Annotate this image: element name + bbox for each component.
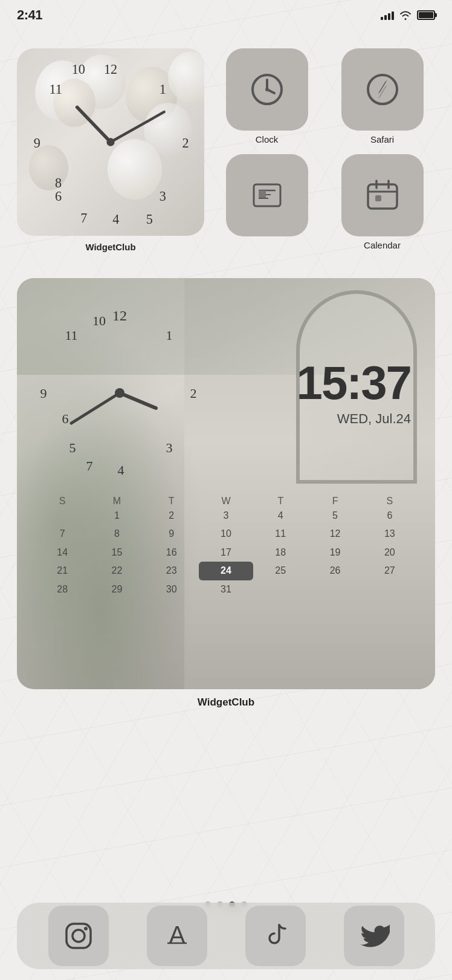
svg-text:4: 4: [112, 212, 119, 227]
svg-text:1: 1: [166, 328, 173, 343]
calendar-row-0: 123456: [35, 507, 417, 525]
calendar-cell: 4: [253, 507, 308, 525]
calendar-cell: [363, 580, 417, 599]
cal-header-S1: S: [35, 496, 89, 507]
main-widget-calendar: S M T W T F S 12345678910111213141516171…: [17, 496, 435, 689]
calendar-table: S M T W T F S 12345678910111213141516171…: [35, 496, 417, 599]
svg-text:7: 7: [80, 210, 87, 226]
calendar-app-wrapper[interactable]: Calendar: [341, 154, 424, 250]
clock-app-label: Clock: [256, 134, 279, 144]
analog-clock-widget: 12 1 2 3 4 9 6 11 10 5 7 8: [17, 48, 204, 236]
svg-text:6: 6: [62, 411, 69, 426]
app-icons-right: Clock Safari: [214, 48, 435, 252]
twitter-dock-icon[interactable]: [344, 906, 404, 966]
svg-point-18: [265, 88, 269, 91]
widget-large-bg: 12 1 2 3 4 9 6 11 10 5 7 8: [17, 48, 204, 236]
svg-text:10: 10: [72, 62, 85, 77]
main-widget[interactable]: 12 1 2 3 4 5 9 11 10 6 7: [17, 278, 435, 689]
news-app-icon[interactable]: [226, 154, 308, 236]
calendar-cell: 9: [144, 525, 199, 543]
app-icons-row-2: Calendar: [214, 154, 435, 250]
twitter-icon: [358, 920, 390, 952]
news-app-wrapper[interactable]: [226, 154, 308, 250]
clock-app-icon[interactable]: [226, 48, 308, 131]
calendar-cell: 28: [35, 580, 89, 599]
svg-text:12: 12: [112, 308, 127, 323]
svg-text:11: 11: [50, 82, 62, 97]
tiktok-icon: [260, 920, 291, 952]
svg-point-47: [73, 930, 85, 942]
calendar-cell: 20: [363, 544, 417, 562]
safari-app-wrapper[interactable]: Safari: [341, 48, 424, 144]
main-widget-digital: 15:37 WED, Jul.24: [210, 359, 423, 427]
status-time: 2:41: [17, 7, 42, 23]
instagram-icon: [63, 920, 94, 952]
cal-header-T1: T: [144, 496, 199, 507]
svg-text:11: 11: [65, 328, 77, 343]
svg-rect-31: [375, 195, 381, 201]
main-widget-bg: 12 1 2 3 4 5 9 11 10 6 7: [17, 278, 435, 689]
main-clock-svg: 12 1 2 3 4 5 9 11 10 6 7: [29, 302, 210, 484]
calendar-cell: 11: [253, 525, 308, 543]
cal-header-W: W: [199, 496, 253, 507]
calendar-cell: 2: [144, 507, 199, 525]
svg-text:4: 4: [118, 462, 124, 478]
svg-text:2: 2: [190, 386, 197, 401]
calendar-app-icon[interactable]: [341, 154, 424, 236]
svg-text:12: 12: [104, 62, 117, 77]
svg-text:6: 6: [55, 189, 62, 204]
instagram-dock-icon[interactable]: [48, 906, 109, 966]
calendar-cell: 31: [199, 580, 253, 599]
svg-line-12: [77, 107, 111, 142]
calendar-cell: [253, 580, 308, 599]
widgetclub-widget-wrapper[interactable]: 12 1 2 3 4 9 6 11 10 5 7 8: [17, 48, 204, 252]
calendar-cell: 10: [199, 525, 253, 543]
widgetclub-widget[interactable]: 12 1 2 3 4 9 6 11 10 5 7 8: [17, 48, 204, 236]
safari-app-icon[interactable]: [341, 48, 424, 131]
svg-text:3: 3: [166, 440, 173, 455]
svg-text:9: 9: [40, 386, 47, 401]
calendar-cell: 15: [89, 544, 144, 562]
dock: A: [17, 903, 435, 969]
calendar-cell: 23: [144, 562, 199, 580]
app-icons-row-1: Clock Safari: [214, 48, 435, 144]
calendar-cell: 12: [308, 525, 362, 543]
news-icon: [248, 176, 286, 215]
calendar-cell: 22: [89, 562, 144, 580]
calendar-row-1: 78910111213: [35, 525, 417, 543]
compass-icon: [363, 70, 402, 109]
calendar-cell: [308, 580, 362, 599]
battery-icon: [417, 10, 435, 20]
svg-point-48: [84, 927, 88, 930]
main-widget-section: 12 1 2 3 4 5 9 11 10 6 7: [17, 278, 435, 709]
calendar-header-row: S M T W T F S: [35, 496, 417, 507]
tiktok-dock-icon[interactable]: [245, 906, 306, 966]
svg-text:5: 5: [69, 440, 76, 455]
calendar-cell: 17: [199, 544, 253, 562]
wifi-icon: [399, 10, 412, 20]
cal-header-S2: S: [363, 496, 417, 507]
svg-line-13: [111, 112, 164, 142]
calendar-cell: 5: [308, 507, 362, 525]
appstore-icon: A: [161, 920, 193, 952]
svg-point-19: [368, 75, 397, 104]
svg-point-14: [106, 138, 114, 146]
calendar-cell: 26: [308, 562, 362, 580]
svg-text:9: 9: [34, 135, 40, 151]
svg-text:7: 7: [86, 458, 93, 473]
clock-app-wrapper[interactable]: Clock: [226, 48, 308, 144]
calendar-cell: 29: [89, 580, 144, 599]
svg-text:2: 2: [182, 135, 189, 151]
svg-rect-26: [259, 190, 266, 198]
calendar-cell: 6: [363, 507, 417, 525]
calendar-cell: 30: [144, 580, 199, 599]
calendar-row-4: 28293031: [35, 580, 417, 599]
calendar-icon: [363, 176, 402, 215]
top-section: 12 1 2 3 4 9 6 11 10 5 7 8: [0, 36, 452, 264]
clock-icon: [248, 70, 286, 109]
appstore-dock-icon[interactable]: A: [147, 906, 207, 966]
calendar-cell: 18: [253, 544, 308, 562]
svg-text:10: 10: [92, 313, 106, 328]
cal-header-M: M: [89, 496, 144, 507]
svg-line-44: [71, 393, 120, 423]
